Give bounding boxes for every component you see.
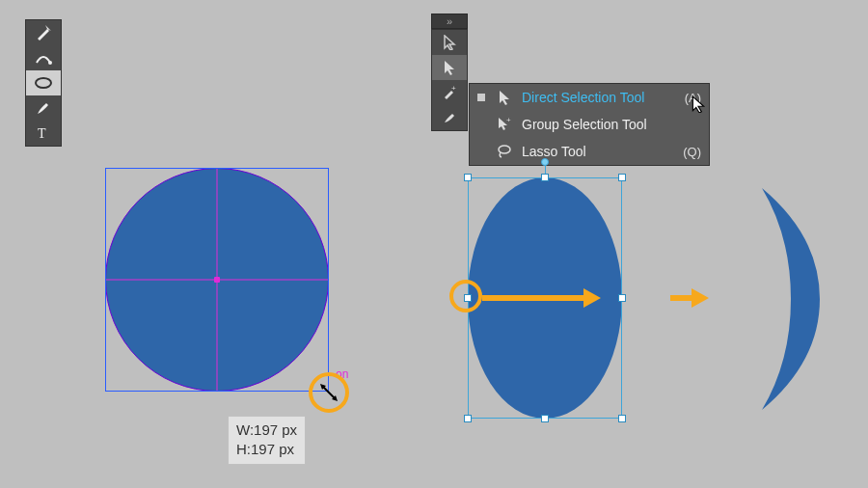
selection-tool[interactable] bbox=[432, 30, 467, 55]
handle-tm[interactable] bbox=[541, 174, 549, 181]
center-point-icon bbox=[214, 277, 220, 283]
group-selection-icon: + bbox=[495, 117, 514, 132]
svg-point-8 bbox=[499, 146, 510, 153]
rotate-handle-icon[interactable] bbox=[541, 158, 549, 166]
svg-point-1 bbox=[36, 78, 51, 88]
curvature-pen-tool[interactable] bbox=[26, 45, 61, 70]
svg-text:+: + bbox=[506, 117, 511, 124]
ellipse-tool[interactable] bbox=[26, 70, 61, 95]
height-readout: H:197 px bbox=[236, 440, 297, 459]
resize-handle-highlight bbox=[309, 372, 349, 413]
tool-flyout-menu: Direct Selection Tool (A) + Group Select… bbox=[469, 83, 710, 166]
right-toolbar: + bbox=[431, 29, 468, 131]
lasso-icon bbox=[495, 144, 514, 159]
active-bullet-icon bbox=[477, 94, 485, 101]
svg-line-3 bbox=[322, 386, 336, 399]
crescent-shape bbox=[694, 178, 820, 420]
pen-tool[interactable] bbox=[26, 20, 61, 45]
left-toolbar: T bbox=[25, 19, 62, 147]
paintbrush-tool[interactable] bbox=[26, 95, 61, 121]
handle-tr[interactable] bbox=[618, 174, 626, 181]
mouse-cursor-icon bbox=[691, 95, 706, 117]
size-readout-tooltip: W:197 px H:197 px bbox=[228, 416, 306, 465]
handle-bl[interactable] bbox=[464, 415, 472, 422]
handle-mr[interactable] bbox=[618, 294, 626, 302]
flyout-shortcut: (Q) bbox=[683, 145, 701, 159]
handle-br[interactable] bbox=[618, 415, 626, 422]
width-readout: W:197 px bbox=[236, 420, 297, 440]
flyout-item-lasso[interactable]: Lasso Tool (Q) bbox=[470, 138, 709, 165]
flyout-label: Group Selection Tool bbox=[522, 117, 701, 132]
flyout-item-direct-selection[interactable]: Direct Selection Tool (A) bbox=[470, 84, 709, 111]
panel-collapse-chevron-icon[interactable]: » bbox=[431, 14, 468, 29]
svg-point-0 bbox=[48, 61, 52, 65]
drag-direction-arrow-icon bbox=[482, 288, 601, 308]
canvas-circle-selected[interactable] bbox=[105, 168, 329, 392]
direct-selection-tool[interactable] bbox=[432, 55, 467, 80]
direct-selection-icon bbox=[495, 90, 514, 105]
flyout-label: Lasso Tool bbox=[522, 144, 683, 159]
svg-text:+: + bbox=[451, 85, 456, 93]
paintbrush-tool-right[interactable] bbox=[432, 105, 467, 130]
handle-tl[interactable] bbox=[464, 174, 472, 181]
flyout-item-group-selection[interactable]: + Group Selection Tool bbox=[470, 111, 709, 138]
handle-bm[interactable] bbox=[541, 415, 549, 422]
flyout-label: Direct Selection Tool bbox=[522, 90, 685, 105]
type-tool[interactable]: T bbox=[26, 121, 61, 146]
anchor-highlight-ring-icon bbox=[449, 280, 482, 312]
resize-cursor-icon bbox=[318, 382, 339, 403]
eyedropper-plus-tool[interactable]: + bbox=[432, 80, 467, 105]
svg-text:T: T bbox=[38, 126, 46, 141]
